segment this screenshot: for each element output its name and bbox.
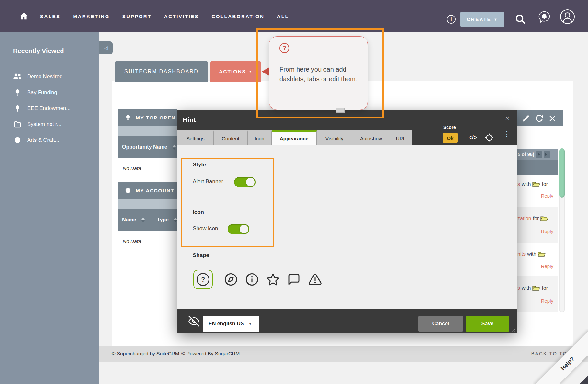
code-view-icon[interactable]: </> [469, 134, 478, 141]
help-circle-icon: ? [197, 273, 209, 286]
edit-pencil-icon[interactable] [522, 115, 530, 122]
tab-visibility[interactable]: Visibility [317, 130, 352, 145]
kebab-menu-icon[interactable]: ⋮ [503, 132, 510, 136]
modal-title: Hint [183, 116, 196, 124]
show-icon-toggle[interactable] [228, 224, 249, 234]
folder-icon [13, 121, 22, 128]
feed-link[interactable]: zation [517, 216, 531, 221]
users-icon [13, 73, 22, 80]
tooltip-resize-handle[interactable] [336, 108, 345, 113]
nav-item-activities[interactable]: ACTIVITIES [164, 14, 199, 19]
tab-url[interactable]: URL [390, 130, 412, 145]
nav-item-sales[interactable]: SALES [40, 14, 61, 19]
tab-suitecrm-dashboard[interactable]: SUITECRM DASHBOARD [115, 61, 208, 82]
toggle-knob [246, 178, 255, 186]
sort-icon[interactable] [173, 145, 176, 150]
feed-scrollbar-thumb[interactable] [559, 148, 565, 198]
column-label: Name [122, 217, 136, 223]
create-button[interactable]: CREATE▼ [460, 12, 504, 27]
reply-link[interactable]: Reply [541, 193, 553, 198]
column-label: Type [157, 217, 169, 223]
folder-emoji-icon [532, 286, 540, 291]
dashlet-column-header[interactable]: Name Type [118, 209, 177, 231]
dashlet-my-accounts: MY ACCOUNT Name Type No Data [118, 182, 177, 256]
next-page-icon[interactable] [536, 151, 542, 158]
shape-help-circle-selected[interactable]: ? [193, 270, 213, 289]
nav-item-collaboration[interactable]: COLLABORATION [211, 14, 264, 19]
sidebar-item-system-not[interactable]: System not r... [13, 116, 71, 132]
feed-link[interactable]: nits [517, 251, 526, 257]
shape-info-circle-icon[interactable] [245, 273, 259, 286]
last-page-icon[interactable] [544, 151, 550, 158]
sidebar-item-bay-funding[interactable]: Bay Funding ... [13, 85, 71, 100]
nav-item-all[interactable]: ALL [277, 14, 289, 19]
sidebar-collapse-button[interactable]: ◁ [99, 41, 113, 54]
folder-emoji-icon [540, 216, 548, 221]
score-badge: Ok [443, 133, 458, 143]
sort-icon[interactable] [141, 218, 145, 222]
language-dropdown[interactable]: EN english US ▼ [203, 316, 259, 332]
feed-scrollbar-track[interactable] [559, 148, 565, 312]
dashlet-toolbar-strip [118, 199, 177, 209]
tab-autoshow[interactable]: Autoshow [352, 130, 390, 145]
sidebar-item-label: System not r... [27, 121, 61, 127]
feed-link[interactable]: s [517, 181, 520, 187]
sidebar-item-label: Bay Funding ... [27, 89, 63, 96]
feed-link[interactable]: s [517, 285, 520, 291]
shape-message-icon[interactable] [287, 273, 301, 286]
dashlet-toolbar-strip [118, 126, 177, 136]
target-icon[interactable] [485, 133, 494, 142]
close-icon[interactable] [549, 115, 556, 122]
resize-grip-icon[interactable] [512, 328, 515, 332]
shape-star-icon[interactable] [266, 273, 280, 286]
cancel-button[interactable]: Cancel [418, 316, 463, 332]
tab-settings[interactable]: Settings [177, 130, 214, 145]
bulb-icon [13, 89, 22, 96]
dashlet-column-header[interactable]: Opportunity Name [118, 136, 177, 158]
nav-item-marketing[interactable]: MARKETING [73, 14, 110, 19]
save-button[interactable]: Save [466, 316, 509, 332]
feed-item: swithfor Reply [517, 175, 558, 207]
dashlet-title: MY TOP OPEN [136, 115, 175, 121]
folder-emoji-icon [538, 252, 546, 257]
shape-warning-triangle-icon[interactable] [308, 273, 322, 286]
modal-tabs: Settings Content Icon Appearance Visibil… [177, 130, 412, 145]
help-ribbon[interactable]: Help? [534, 330, 588, 384]
reply-link[interactable]: Reply [541, 264, 553, 269]
feed-text: for [542, 181, 548, 187]
alert-banner-toggle[interactable] [234, 177, 256, 187]
reply-link[interactable]: Reply [541, 229, 553, 234]
sidebar-item-eee-endowment[interactable]: EEE Endowmen... [13, 100, 71, 116]
tab-content[interactable]: Content [214, 130, 248, 145]
user-avatar-icon[interactable] [560, 9, 575, 25]
info-icon[interactable]: i [447, 15, 456, 24]
help-ribbon-corner [580, 376, 588, 384]
shield-icon [13, 136, 22, 144]
search-icon[interactable] [514, 13, 526, 25]
feed-text: for [533, 216, 539, 221]
sidebar-item-demo-newired[interactable]: Demo Newired [13, 69, 71, 85]
reply-link[interactable]: Reply [541, 298, 553, 304]
alert-banner-label: Alert Banner [193, 178, 223, 185]
tooltip-text: From here you can add dashlets, tabs or … [279, 64, 361, 84]
tab-appearance[interactable]: Appearance [272, 130, 317, 145]
actions-button[interactable]: ACTIONS▼ [210, 61, 261, 82]
feed-item: swithfor Reply [517, 276, 558, 312]
notifications-bell-icon[interactable] [537, 10, 552, 25]
bulb-icon [125, 114, 131, 121]
home-icon[interactable] [19, 12, 28, 20]
shape-compass-icon[interactable] [224, 273, 238, 286]
sidebar-item-arts-craft[interactable]: Arts & Craft... [13, 132, 71, 148]
close-icon[interactable]: × [503, 114, 512, 123]
app-canvas: SALES MARKETING SUPPORT ACTIVITIES COLLA… [0, 0, 588, 384]
dashlet-header: MY TOP OPEN [118, 109, 177, 126]
refresh-icon[interactable] [535, 114, 543, 122]
dashlet-header: MY ACCOUNT [118, 182, 177, 199]
sort-icon[interactable] [174, 218, 177, 222]
eye-off-icon[interactable] [188, 316, 200, 327]
feed-pagination-bar: 5 of 96) [517, 149, 558, 160]
sidebar-item-label: Demo Newired [27, 73, 62, 80]
tab-icon[interactable]: Icon [248, 130, 272, 145]
help-ribbon-container: Help? [533, 329, 588, 384]
nav-item-support[interactable]: SUPPORT [122, 14, 152, 19]
